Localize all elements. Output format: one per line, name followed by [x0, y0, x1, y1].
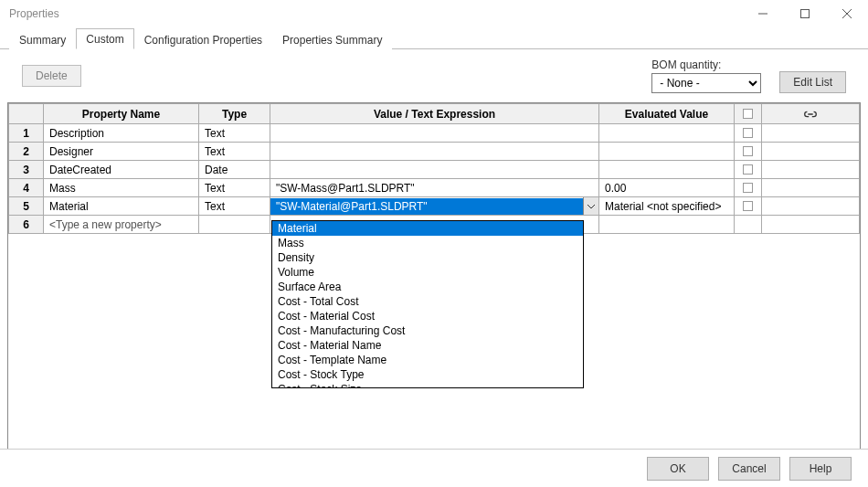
checkbox-cell[interactable] — [735, 124, 762, 143]
dropdown-item[interactable]: Surface Area — [272, 280, 583, 294]
row-checkbox[interactable] — [743, 201, 753, 211]
table-row[interactable]: 1DescriptionText — [9, 124, 860, 143]
col-header-name[interactable]: Property Name — [44, 104, 199, 124]
dialog-footer: OK Cancel Help — [0, 449, 868, 487]
col-header-check[interactable] — [735, 104, 762, 124]
edit-list-button[interactable]: Edit List — [779, 71, 846, 93]
grid-header-row: Property Name Type Value / Text Expressi… — [9, 104, 860, 124]
dropdown-item[interactable]: Cost - Total Cost — [272, 294, 583, 309]
table-row[interactable]: 4MassText"SW-Mass@Part1.SLDPRT"0.00 — [9, 179, 860, 197]
evaluated-cell — [599, 143, 735, 161]
row-checkbox[interactable] — [743, 183, 753, 193]
row-number[interactable]: 4 — [9, 179, 44, 197]
tab-strip: Summary Custom Configuration Properties … — [0, 27, 868, 49]
link-cell — [762, 216, 860, 234]
window-title: Properties — [9, 7, 742, 20]
value-cell[interactable]: "SW-Material@Part1.SLDPRT" — [270, 197, 599, 216]
tab-properties-summary[interactable]: Properties Summary — [272, 29, 392, 49]
evaluated-cell: 0.00 — [599, 179, 735, 197]
evaluated-cell — [599, 216, 735, 234]
checkbox-cell[interactable] — [735, 143, 762, 161]
type-cell[interactable]: Text — [199, 197, 270, 216]
dropdown-item[interactable]: Cost - Stock Type — [272, 367, 583, 382]
delete-button[interactable]: Delete — [22, 65, 81, 87]
tab-summary[interactable]: Summary — [9, 29, 76, 49]
bom-quantity-select[interactable]: - None - — [651, 73, 761, 93]
cancel-button[interactable]: Cancel — [718, 457, 780, 481]
link-cell — [762, 161, 860, 179]
row-number[interactable]: 6 — [9, 216, 44, 234]
value-cell[interactable]: "SW-Mass@Part1.SLDPRT" — [270, 179, 599, 197]
row-number[interactable]: 5 — [9, 197, 44, 216]
link-cell — [762, 124, 860, 143]
evaluated-cell: Material <not specified> — [599, 197, 735, 216]
maximize-button[interactable] — [784, 0, 826, 27]
header-checkbox-icon — [743, 109, 753, 119]
table-row[interactable]: 2DesignerText — [9, 143, 860, 161]
minimize-button[interactable] — [742, 0, 784, 27]
tab-custom[interactable]: Custom — [76, 28, 133, 49]
dropdown-item[interactable]: Cost - Material Name — [272, 338, 583, 353]
table-row[interactable]: 5MaterialText"SW-Material@Part1.SLDPRT"M… — [9, 197, 860, 216]
property-name-cell[interactable]: Designer — [44, 143, 199, 161]
row-number[interactable]: 2 — [9, 143, 44, 161]
link-icon — [766, 110, 855, 119]
row-checkbox[interactable] — [743, 128, 753, 138]
svg-rect-1 — [801, 10, 810, 18]
titlebar: Properties — [0, 0, 868, 27]
toolbar: Delete BOM quantity: - None - Edit List — [0, 49, 868, 99]
col-header-rownum[interactable] — [9, 104, 44, 124]
dropdown-item[interactable]: Material — [272, 221, 583, 236]
help-button[interactable]: Help — [789, 457, 852, 481]
col-header-evaluated[interactable]: Evaluated Value — [599, 104, 735, 124]
property-name-cell[interactable]: Material — [44, 197, 199, 216]
row-number[interactable]: 1 — [9, 124, 44, 143]
type-cell[interactable]: Date — [199, 161, 270, 179]
type-cell[interactable]: Text — [199, 143, 270, 161]
link-cell — [762, 179, 860, 197]
value-cell[interactable] — [270, 143, 599, 161]
dropdown-item[interactable]: Density — [272, 250, 583, 265]
row-number[interactable]: 3 — [9, 161, 44, 179]
type-cell[interactable]: Text — [199, 179, 270, 197]
evaluated-cell — [599, 161, 735, 179]
properties-grid: Property Name Type Value / Text Expressi… — [7, 102, 861, 450]
type-cell[interactable]: Text — [199, 124, 270, 143]
row-checkbox[interactable] — [743, 146, 753, 156]
type-cell[interactable] — [199, 216, 270, 234]
close-button[interactable] — [826, 0, 868, 27]
checkbox-cell[interactable] — [735, 197, 762, 216]
dropdown-item[interactable]: Cost - Manufacturing Cost — [272, 323, 583, 338]
row-checkbox[interactable] — [743, 164, 753, 175]
col-header-type[interactable]: Type — [199, 104, 270, 124]
dropdown-item[interactable]: Cost - Template Name — [272, 353, 583, 367]
dropdown-item[interactable]: Cost - Material Cost — [272, 309, 583, 323]
property-name-cell[interactable]: Description — [44, 124, 199, 143]
property-name-cell[interactable]: <Type a new property> — [44, 216, 199, 234]
checkbox-cell[interactable] — [735, 216, 762, 234]
tab-configuration-properties[interactable]: Configuration Properties — [134, 29, 272, 49]
dropdown-item[interactable]: Cost - Stock Size — [272, 382, 583, 388]
property-name-cell[interactable]: Mass — [44, 179, 199, 197]
value-cell[interactable] — [270, 161, 599, 179]
bom-quantity-label: BOM quantity: — [651, 58, 761, 71]
checkbox-cell[interactable] — [735, 161, 762, 179]
checkbox-cell[interactable] — [735, 179, 762, 197]
link-cell — [762, 197, 860, 216]
evaluated-cell — [599, 124, 735, 143]
col-header-value[interactable]: Value / Text Expression — [270, 104, 599, 124]
dropdown-toggle[interactable] — [583, 197, 598, 215]
property-name-cell[interactable]: DateCreated — [44, 161, 199, 179]
value-cell[interactable] — [270, 124, 599, 143]
ok-button[interactable]: OK — [647, 457, 709, 481]
dropdown-item[interactable]: Volume — [272, 265, 583, 280]
dropdown-item[interactable]: Mass — [272, 236, 583, 250]
value-dropdown-list[interactable]: MaterialMassDensityVolumeSurface AreaCos… — [271, 220, 584, 388]
table-row[interactable]: 3DateCreatedDate — [9, 161, 860, 179]
col-header-link[interactable] — [762, 104, 860, 124]
link-cell — [762, 143, 860, 161]
